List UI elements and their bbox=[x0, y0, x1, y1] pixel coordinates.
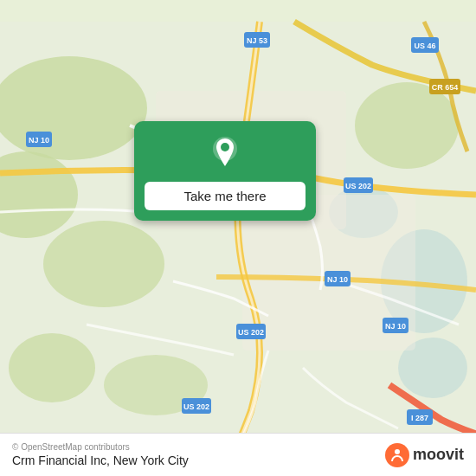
moovit-text: moovit bbox=[413, 446, 464, 464]
bottom-left-info: © OpenStreetMap contributors Crm Financi… bbox=[12, 442, 189, 467]
svg-text:NJ 10: NJ 10 bbox=[29, 136, 49, 145]
svg-text:US 202: US 202 bbox=[238, 328, 264, 337]
svg-point-4 bbox=[355, 82, 459, 169]
location-card: Take me there bbox=[134, 121, 316, 221]
svg-text:NJ 53: NJ 53 bbox=[247, 36, 267, 45]
take-me-there-button[interactable]: Take me there bbox=[145, 182, 306, 210]
svg-text:US 202: US 202 bbox=[345, 182, 371, 190]
moovit-icon bbox=[385, 443, 409, 467]
map-attribution: © OpenStreetMap contributors bbox=[12, 442, 189, 452]
svg-text:I 287: I 287 bbox=[411, 414, 428, 422]
svg-text:NJ 10: NJ 10 bbox=[385, 322, 406, 331]
svg-text:US 46: US 46 bbox=[414, 42, 435, 50]
svg-point-34 bbox=[395, 449, 400, 454]
svg-point-3 bbox=[43, 221, 164, 307]
moovit-logo: moovit bbox=[385, 443, 464, 467]
svg-text:US 202: US 202 bbox=[183, 402, 209, 411]
location-name-label: Crm Financial Inc, New York City bbox=[12, 453, 189, 467]
svg-text:CR 654: CR 654 bbox=[432, 83, 459, 92]
location-pin-icon bbox=[206, 135, 244, 173]
svg-point-33 bbox=[221, 143, 229, 151]
map-container: NJ 53 US 46 CR 654 NJ 10 US 202 NJ 10 US… bbox=[0, 0, 476, 476]
bottom-bar: © OpenStreetMap contributors Crm Financi… bbox=[0, 433, 476, 476]
svg-point-7 bbox=[9, 333, 95, 402]
svg-text:NJ 10: NJ 10 bbox=[327, 275, 348, 284]
